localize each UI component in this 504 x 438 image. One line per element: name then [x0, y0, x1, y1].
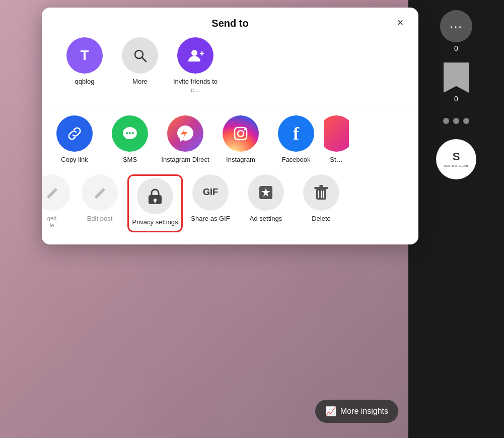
- svg-rect-19: [314, 187, 328, 189]
- actions-row: gedle Edit post P: [42, 169, 418, 244]
- search-icon: [132, 47, 148, 64]
- app-stories[interactable]: St…: [324, 115, 349, 164]
- star-badge-icon: [257, 184, 274, 201]
- copy-link-label: Copy link: [61, 156, 88, 164]
- svg-point-10: [238, 131, 244, 137]
- send-to-modal: Send to × T qqblog More: [42, 8, 418, 244]
- app-instagram-direct[interactable]: Instagram Direct: [158, 115, 213, 164]
- pencil-icon: [45, 185, 59, 200]
- app-copy-link[interactable]: Copy link: [47, 115, 102, 164]
- dots-icon: ···: [450, 19, 463, 33]
- delete-icon: [303, 174, 339, 211]
- more-icon: [122, 37, 158, 74]
- app-more[interactable]: More: [112, 37, 168, 86]
- privacy-settings-icon: [137, 178, 173, 214]
- right-sidebar: ··· 0 0 S score a score: [408, 0, 504, 438]
- svg-point-11: [244, 129, 246, 131]
- copy-link-icon: [56, 115, 93, 152]
- instagram-direct-icon: [167, 115, 203, 152]
- share-gif-label: Share as GIF: [191, 215, 230, 223]
- ad-settings-label: Ad settings: [250, 215, 282, 223]
- facebook-label: Facebook: [281, 156, 310, 164]
- facebook-f: f: [293, 123, 299, 144]
- edit-post-label: Edit post: [87, 215, 113, 223]
- facebook-icon: f: [278, 115, 314, 152]
- dot-2: [453, 118, 459, 124]
- app-edit-post[interactable]: Edit post: [72, 174, 127, 223]
- stories-label: St…: [330, 156, 342, 164]
- svg-point-2: [191, 50, 197, 56]
- app-delete[interactable]: Delete: [294, 174, 349, 223]
- dot-3: [463, 118, 469, 124]
- comment-button[interactable]: ··· 0: [440, 10, 472, 52]
- score-logo: S: [453, 150, 460, 163]
- messenger-lightning-icon: [176, 124, 195, 143]
- app-changed[interactable]: gedle: [42, 174, 72, 229]
- trash-icon: [313, 183, 329, 202]
- lock-icon: [147, 186, 164, 206]
- changed-icon: [42, 174, 70, 211]
- svg-line-1: [142, 57, 146, 61]
- app-sms[interactable]: SMS: [102, 115, 158, 164]
- app-ad-settings[interactable]: Ad settings: [238, 174, 294, 223]
- more-insights-button[interactable]: 📈 More insights: [315, 400, 398, 423]
- app-instagram[interactable]: Instagram: [213, 115, 268, 164]
- ad-settings-icon: [248, 174, 284, 211]
- score-label: score a score: [444, 163, 468, 168]
- sms-label: SMS: [123, 156, 137, 164]
- privacy-settings-label: Privacy settings: [132, 218, 178, 227]
- app-qqblog[interactable]: T qqblog: [57, 37, 112, 86]
- qqblog-letter: T: [80, 47, 89, 64]
- instagram-label: Instagram: [226, 156, 255, 164]
- insights-chart-icon: 📈: [325, 406, 336, 417]
- svg-rect-15: [155, 200, 156, 203]
- instagram-icon: [223, 115, 259, 152]
- close-button[interactable]: ×: [392, 15, 408, 31]
- top-apps-row: T qqblog More I: [42, 37, 418, 105]
- invite-friends-icon: [186, 46, 204, 65]
- gif-text: GIF: [203, 187, 218, 198]
- save-count: 0: [454, 95, 458, 103]
- score-a-score-button[interactable]: S score a score: [436, 139, 476, 179]
- qqblog-label: qqblog: [75, 78, 94, 86]
- dot-1: [443, 118, 449, 124]
- stories-icon: [324, 115, 349, 152]
- instagram-direct-label: Instagram Direct: [161, 156, 209, 164]
- svg-point-7: [129, 132, 131, 134]
- app-share-gif[interactable]: GIF Share as GIF: [183, 174, 238, 223]
- sms-bubble-icon: [120, 123, 140, 144]
- modal-title: Send to: [211, 18, 248, 29]
- edit-post-icon: [82, 174, 118, 211]
- qqblog-icon: T: [66, 37, 103, 74]
- svg-point-6: [126, 132, 128, 134]
- invite-icon: [177, 37, 213, 74]
- svg-point-8: [132, 132, 134, 134]
- more-options-dots[interactable]: [443, 118, 469, 124]
- modal-header: Send to ×: [42, 8, 418, 37]
- more-label: More: [132, 78, 148, 86]
- share-gif-icon: GIF: [192, 174, 229, 211]
- delete-label: Delete: [312, 215, 331, 223]
- share-apps-row: Copy link SMS: [42, 105, 418, 169]
- sms-icon: [112, 115, 148, 152]
- app-invite[interactable]: Invite friends to c…: [168, 37, 223, 95]
- app-facebook[interactable]: f Facebook: [268, 115, 324, 164]
- svg-rect-20: [319, 185, 323, 187]
- link-icon: [65, 124, 84, 143]
- comment-icon: ···: [440, 10, 472, 42]
- app-privacy-settings[interactable]: Privacy settings: [127, 174, 183, 232]
- comment-count: 0: [454, 44, 458, 52]
- invite-label: Invite friends to c…: [168, 78, 223, 95]
- edit-pencil-icon: [93, 185, 107, 200]
- bookmark-icon: [444, 62, 469, 93]
- save-button[interactable]: 0: [444, 62, 469, 103]
- changed-label: gedle: [47, 215, 56, 229]
- more-insights-label: More insights: [340, 407, 388, 416]
- instagram-camera-icon: [231, 124, 250, 143]
